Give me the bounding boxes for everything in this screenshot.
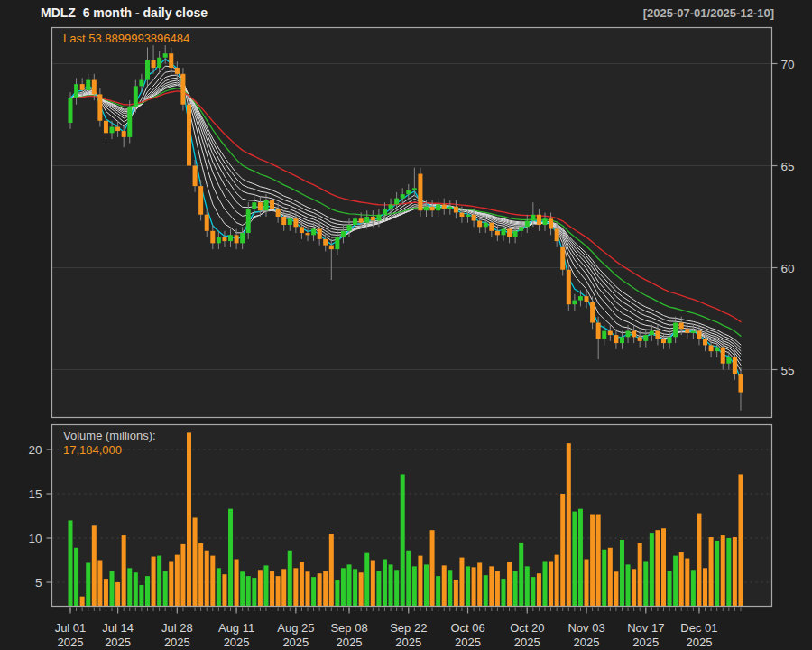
volume-bar-up: [335, 580, 339, 606]
candle-down: [697, 331, 701, 339]
volume-bar-down: [306, 571, 310, 606]
volume-bar-down: [198, 543, 203, 607]
volume-bar-up: [673, 556, 678, 607]
candle-up: [531, 215, 535, 221]
volume-bar-down: [276, 576, 281, 606]
candle-up: [620, 337, 624, 343]
svg-text:10: 10: [28, 532, 42, 545]
candle-up: [145, 60, 150, 80]
volume-bar-up: [347, 564, 352, 606]
svg-text:65: 65: [781, 160, 795, 173]
volume-bar-down: [258, 570, 263, 606]
volume-bar-down: [122, 535, 126, 606]
volume-bar-up: [394, 570, 399, 606]
volume-bar-up: [513, 571, 518, 606]
x-tick-year: 2025: [455, 636, 481, 649]
chart-canvas: 556065705101520Jul 012025Jul 142025Jul 2…: [0, 0, 812, 650]
candle-down: [495, 231, 500, 236]
candle-down: [721, 348, 725, 364]
candle-down: [169, 53, 173, 68]
volume-bar-up: [519, 543, 523, 607]
x-tick-label: Aug 11: [218, 621, 254, 635]
volume-bar-down: [169, 561, 173, 606]
candle-down: [80, 84, 85, 90]
candle-down: [97, 94, 102, 120]
candle-down: [222, 237, 226, 242]
candle-up: [726, 358, 731, 364]
volume-bar-down: [685, 559, 689, 607]
candle-down: [507, 229, 512, 237]
volume-bar-up: [341, 568, 346, 606]
x-tick-label: Oct 20: [510, 621, 544, 635]
volume-bar-up: [139, 585, 143, 607]
candle-up: [228, 235, 233, 241]
volume-bar-down: [175, 555, 180, 607]
candle-down: [489, 223, 494, 231]
volume-bar-up: [252, 578, 256, 606]
candle-down: [614, 335, 618, 343]
volume-bar-up: [436, 576, 440, 606]
x-tick-year: 2025: [58, 636, 84, 649]
x-tick-year: 2025: [632, 636, 659, 649]
candle-up: [466, 215, 470, 217]
volume-bar-down: [442, 565, 447, 606]
x-tick-label: Dec 01: [680, 621, 717, 635]
x-tick-label: Nov 17: [627, 621, 664, 635]
volume-bar-up: [715, 541, 719, 607]
volume-bar-up: [127, 568, 132, 606]
volume-bar-up: [484, 575, 488, 606]
candle-up: [252, 202, 256, 209]
volume-bar-up: [389, 564, 393, 606]
candle-up: [484, 223, 488, 228]
candle-down: [472, 215, 476, 221]
volume-bar-down: [210, 556, 215, 607]
volume-bar-down: [193, 517, 198, 606]
volume-bar-down: [549, 561, 553, 606]
volume-bar-up: [157, 556, 161, 607]
candle-down: [323, 239, 328, 246]
candle-down: [198, 186, 203, 215]
candle-down: [560, 247, 565, 270]
candle-down: [655, 331, 660, 339]
x-tick-label: Jul 14: [102, 621, 134, 635]
candle-up: [86, 80, 90, 90]
candle-up: [383, 209, 387, 215]
volume-bar-up: [643, 561, 648, 606]
volume-bar-down: [430, 530, 435, 606]
candle-up: [335, 237, 339, 250]
candle-down: [175, 68, 180, 74]
volume-bar-down: [590, 515, 595, 607]
candle-down: [276, 209, 281, 217]
volume-bar-down: [459, 558, 464, 607]
candle-up: [673, 323, 678, 338]
volume-bar-up: [74, 548, 78, 607]
svg-text:55: 55: [781, 364, 795, 377]
volume-bar-up: [531, 577, 535, 606]
candle-down: [104, 121, 108, 134]
volume-bar-down: [477, 562, 482, 606]
candle-down: [318, 229, 322, 239]
candle-up: [246, 209, 251, 233]
candle-up: [263, 200, 268, 210]
candle-down: [459, 212, 464, 217]
candle-up: [572, 301, 577, 305]
volume-bar-down: [709, 537, 714, 606]
volume-bar-up: [240, 571, 245, 606]
volume-bar-up: [543, 561, 548, 606]
volume-bar-down: [115, 582, 120, 607]
candle-down: [567, 270, 571, 304]
volume-bar-down: [92, 525, 97, 606]
volume-bar-down: [608, 548, 613, 607]
volume-bar-up: [406, 551, 411, 607]
candle-up: [715, 348, 719, 352]
candle-up: [525, 221, 530, 228]
svg-text:70: 70: [781, 58, 795, 71]
candle-down: [187, 105, 191, 166]
candle-down: [638, 337, 642, 341]
candle-up: [448, 207, 452, 209]
volume-bar-down: [418, 556, 422, 607]
candle-up: [127, 107, 132, 137]
candle-up: [341, 231, 346, 237]
volume-bar-down: [703, 568, 707, 606]
volume-bar-down: [655, 530, 660, 606]
